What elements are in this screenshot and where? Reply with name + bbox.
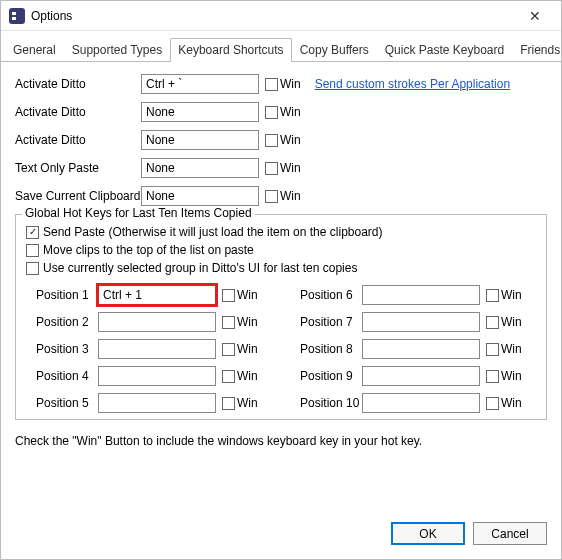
row-activate-1: Activate Ditto Win Send custom strokes P…: [15, 74, 547, 94]
input-position-10[interactable]: [362, 393, 480, 413]
row-position-5: Position 5 Win: [36, 393, 272, 413]
checkbox-win-position-9[interactable]: [486, 370, 499, 383]
label-position-3: Position 3: [36, 342, 98, 356]
label-win-position-7: Win: [501, 315, 522, 329]
label-activate-1: Activate Ditto: [15, 77, 141, 91]
row-position-1: Position 1 Win: [36, 285, 272, 305]
checkbox-win-position-8[interactable]: [486, 343, 499, 356]
label-win-text-only: Win: [280, 161, 301, 175]
link-custom-strokes[interactable]: Send custom strokes Per Application: [315, 77, 510, 91]
label-win-activate-1: Win: [280, 77, 301, 91]
label-win-position-4: Win: [237, 369, 258, 383]
cancel-button[interactable]: Cancel: [473, 522, 547, 545]
label-position-5: Position 5: [36, 396, 98, 410]
row-position-10: Position 10 Win: [300, 393, 536, 413]
input-save-clipboard[interactable]: [141, 186, 259, 206]
row-save-clipboard: Save Current Clipboard Win: [15, 186, 547, 206]
label-win-activate-3: Win: [280, 133, 301, 147]
checkbox-win-activate-3[interactable]: [265, 134, 278, 147]
row-position-7: Position 7 Win: [300, 312, 536, 332]
row-text-only: Text Only Paste Win: [15, 158, 547, 178]
checkbox-win-position-10[interactable]: [486, 397, 499, 410]
options-window: Options ✕ General Supported Types Keyboa…: [0, 0, 562, 560]
label-position-9: Position 9: [300, 369, 362, 383]
row-use-group: Use currently selected group in Ditto's …: [26, 261, 536, 275]
position-grid: Position 1 Win Position 6 Win Position 2…: [26, 285, 536, 413]
group-legend: Global Hot Keys for Last Ten Items Copie…: [22, 206, 255, 220]
label-win-position-2: Win: [237, 315, 258, 329]
label-win-position-1: Win: [237, 288, 258, 302]
label-win-position-8: Win: [501, 342, 522, 356]
row-position-2: Position 2 Win: [36, 312, 272, 332]
label-win-position-10: Win: [501, 396, 522, 410]
input-position-4[interactable]: [98, 366, 216, 386]
tab-copy-buffers[interactable]: Copy Buffers: [292, 38, 377, 62]
checkbox-win-position-6[interactable]: [486, 289, 499, 302]
checkbox-move-top[interactable]: [26, 244, 39, 257]
checkbox-win-position-3[interactable]: [222, 343, 235, 356]
label-position-4: Position 4: [36, 369, 98, 383]
row-activate-3: Activate Ditto Win: [15, 130, 547, 150]
label-activate-3: Activate Ditto: [15, 133, 141, 147]
label-win-position-5: Win: [237, 396, 258, 410]
label-win-position-9: Win: [501, 369, 522, 383]
label-position-8: Position 8: [300, 342, 362, 356]
label-activate-2: Activate Ditto: [15, 105, 141, 119]
app-icon: [9, 8, 25, 24]
input-position-5[interactable]: [98, 393, 216, 413]
label-win-activate-2: Win: [280, 105, 301, 119]
row-position-3: Position 3 Win: [36, 339, 272, 359]
tab-supported-types[interactable]: Supported Types: [64, 38, 171, 62]
checkbox-use-group[interactable]: [26, 262, 39, 275]
window-title: Options: [31, 9, 72, 23]
button-bar: OK Cancel: [1, 512, 561, 559]
close-button[interactable]: ✕: [515, 2, 555, 30]
tab-content: Activate Ditto Win Send custom strokes P…: [1, 62, 561, 512]
checkbox-win-text-only[interactable]: [265, 162, 278, 175]
checkbox-win-position-4[interactable]: [222, 370, 235, 383]
input-position-9[interactable]: [362, 366, 480, 386]
input-position-1[interactable]: [98, 285, 216, 305]
checkbox-win-activate-2[interactable]: [265, 106, 278, 119]
row-move-top: Move clips to the top of the list on pas…: [26, 243, 536, 257]
tab-keyboard-shortcuts[interactable]: Keyboard Shortcuts: [170, 38, 291, 62]
row-position-4: Position 4 Win: [36, 366, 272, 386]
input-position-7[interactable]: [362, 312, 480, 332]
label-save-clipboard: Save Current Clipboard: [15, 189, 141, 203]
tab-friends[interactable]: Friends: [512, 38, 562, 62]
checkbox-win-position-7[interactable]: [486, 316, 499, 329]
tab-quick-paste-keyboard[interactable]: Quick Paste Keyboard: [377, 38, 512, 62]
input-position-3[interactable]: [98, 339, 216, 359]
label-position-2: Position 2: [36, 315, 98, 329]
label-position-10: Position 10: [300, 396, 362, 410]
label-use-group: Use currently selected group in Ditto's …: [43, 261, 357, 275]
row-position-8: Position 8 Win: [300, 339, 536, 359]
checkbox-win-position-5[interactable]: [222, 397, 235, 410]
row-position-6: Position 6 Win: [300, 285, 536, 305]
ok-button[interactable]: OK: [391, 522, 465, 545]
label-position-6: Position 6: [300, 288, 362, 302]
row-position-9: Position 9 Win: [300, 366, 536, 386]
titlebar: Options ✕: [1, 1, 561, 31]
input-text-only[interactable]: [141, 158, 259, 178]
input-activate-1[interactable]: [141, 74, 259, 94]
row-activate-2: Activate Ditto Win: [15, 102, 547, 122]
input-position-6[interactable]: [362, 285, 480, 305]
checkbox-win-position-1[interactable]: [222, 289, 235, 302]
label-text-only: Text Only Paste: [15, 161, 141, 175]
checkbox-win-save-clipboard[interactable]: [265, 190, 278, 203]
input-position-8[interactable]: [362, 339, 480, 359]
input-position-2[interactable]: [98, 312, 216, 332]
tab-general[interactable]: General: [5, 38, 64, 62]
label-win-position-3: Win: [237, 342, 258, 356]
checkbox-send-paste[interactable]: ✓: [26, 226, 39, 239]
input-activate-2[interactable]: [141, 102, 259, 122]
label-win-position-6: Win: [501, 288, 522, 302]
label-position-1: Position 1: [36, 288, 98, 302]
label-move-top: Move clips to the top of the list on pas…: [43, 243, 254, 257]
checkbox-win-position-2[interactable]: [222, 316, 235, 329]
row-send-paste: ✓ Send Paste (Otherwise it will just loa…: [26, 225, 536, 239]
input-activate-3[interactable]: [141, 130, 259, 150]
checkbox-win-activate-1[interactable]: [265, 78, 278, 91]
close-icon: ✕: [529, 8, 541, 24]
